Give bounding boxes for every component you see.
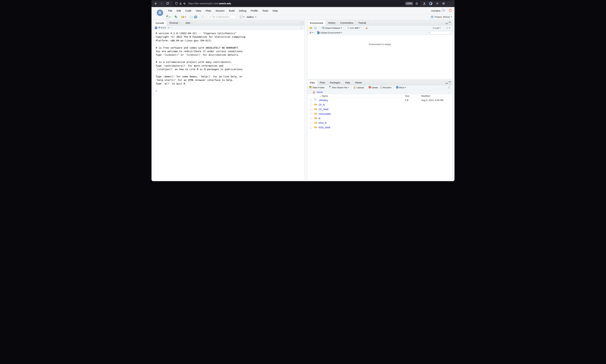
environment-tab-connections[interactable]: Connections	[338, 20, 356, 26]
maximize-pane-icon[interactable]	[449, 22, 451, 24]
menu-plots[interactable]: Plots	[204, 9, 213, 13]
console-tab-jobs[interactable]: Jobs×	[183, 20, 195, 26]
maximize-pane-icon[interactable]	[449, 81, 451, 84]
display-mode-button[interactable]: List	[432, 26, 441, 30]
environment-search-box[interactable]	[428, 31, 451, 34]
open-in-window-icon[interactable]	[170, 27, 173, 29]
environment-tab-environment[interactable]: Environment	[307, 20, 326, 26]
menu-build[interactable]: Build	[227, 9, 236, 13]
menu-help[interactable]: Help	[271, 9, 280, 13]
new-folder-button[interactable]: New Folder	[309, 86, 325, 90]
files-tab-help[interactable]: Help	[343, 80, 352, 85]
lock-icon[interactable]	[178, 1, 182, 6]
language-selector[interactable]: R	[309, 31, 314, 34]
minimize-pane-icon[interactable]	[445, 82, 448, 84]
back-icon[interactable]	[153, 1, 158, 6]
menu-debug[interactable]: Debug	[237, 9, 248, 13]
project-selector[interactable]: R Project: (None)	[431, 16, 452, 18]
files-tab-packages[interactable]: Packages	[328, 80, 343, 85]
menu-edit[interactable]: Edit	[175, 9, 183, 13]
maximize-pane-icon[interactable]	[300, 22, 303, 24]
panes-layout-button[interactable]	[239, 15, 245, 19]
console-tab-console[interactable]: Console	[153, 20, 167, 26]
overflow-chevrons-icon[interactable]	[435, 1, 440, 6]
file-name-link[interactable]: CF_Shell	[319, 108, 328, 111]
select-checkbox[interactable]	[310, 126, 312, 129]
column-name[interactable]: ▲Name	[320, 95, 328, 97]
save-workspace-button[interactable]	[314, 26, 317, 29]
account-icon[interactable]	[428, 1, 433, 6]
environment-tab-history[interactable]: History	[326, 20, 338, 26]
menu-profile[interactable]: Profile	[249, 9, 260, 13]
clear-environment-broom-button[interactable]	[365, 26, 369, 30]
reload-icon[interactable]	[165, 1, 170, 6]
select-checkbox[interactable]	[310, 122, 312, 124]
quit-session-icon[interactable]	[449, 9, 452, 13]
file-name-link[interactable]: R	[319, 117, 320, 120]
memory-usage-button[interactable]: 121 MiB	[347, 26, 361, 30]
bookmark-star-icon[interactable]	[415, 1, 419, 6]
new-project-button[interactable]: R	[174, 15, 178, 19]
addins-button[interactable]: Addins	[245, 15, 257, 19]
forward-icon[interactable]	[159, 1, 164, 6]
menu-session[interactable]: Session	[214, 9, 226, 13]
files-tab-plots[interactable]: Plots	[317, 80, 328, 85]
more-button[interactable]: More	[395, 86, 407, 90]
file-name-link[interactable]: RSD_Shell	[319, 126, 330, 129]
close-tab-icon[interactable]: ×	[191, 22, 193, 24]
close-tab-icon[interactable]: ×	[179, 22, 180, 24]
save-button[interactable]	[189, 15, 193, 19]
url-bar[interactable]: https://bfx-workshop01.med.umich.edu 120…	[173, 1, 420, 6]
menu-hamburger-icon[interactable]	[441, 1, 446, 6]
select-all-checkbox[interactable]	[309, 91, 311, 93]
downloads-icon[interactable]	[422, 1, 427, 6]
new-blank-file-button[interactable]: New Blank File	[328, 86, 350, 90]
print-button[interactable]	[201, 15, 205, 19]
select-checkbox[interactable]	[310, 108, 312, 111]
console-tab-terminal[interactable]: Terminal×	[167, 20, 183, 26]
goto-file-function-box[interactable]	[208, 15, 236, 19]
goto-file-function-input[interactable]	[212, 16, 232, 18]
menu-tools[interactable]: Tools	[260, 9, 270, 13]
breadcrumb-home-link[interactable]: Home	[317, 91, 323, 93]
clear-console-broom-icon[interactable]	[300, 26, 303, 29]
file-name-link[interactable]: RSD_R	[319, 122, 327, 124]
file-name-link[interactable]: .Rhistory	[319, 99, 328, 102]
import-dataset-button[interactable]: Import Dataset	[321, 26, 343, 30]
delete-button[interactable]: Delete	[368, 86, 379, 90]
files-tab-viewer[interactable]: Viewer	[352, 80, 365, 85]
permissions-icon[interactable]	[182, 1, 187, 6]
file-name-link[interactable]: CF_R	[319, 104, 325, 106]
shield-icon[interactable]	[175, 1, 178, 6]
column-size[interactable]: Size	[405, 95, 409, 97]
select-checkbox[interactable]	[310, 113, 312, 115]
load-workspace-button[interactable]	[309, 26, 313, 29]
menu-view[interactable]: View	[194, 9, 203, 13]
files-tab-files[interactable]: Files	[307, 80, 317, 85]
new-file-button[interactable]	[166, 15, 171, 19]
environment-selector[interactable]: Global Environment	[316, 31, 343, 35]
refresh-environment-button[interactable]	[445, 26, 451, 30]
refresh-files-button[interactable]	[447, 86, 451, 89]
environment-search-input[interactable]	[431, 31, 449, 34]
select-checkbox[interactable]	[310, 117, 312, 120]
select-checkbox[interactable]	[310, 104, 312, 106]
path-ellipsis-button[interactable]: ...	[448, 91, 451, 93]
environment-tab-tutorial[interactable]: Tutorial	[356, 20, 368, 26]
upload-button[interactable]: Upload	[353, 86, 365, 90]
zoom-level-badge[interactable]: 120%	[405, 2, 413, 5]
save-all-button[interactable]	[193, 15, 198, 19]
rename-button[interactable]: Rename	[379, 86, 392, 90]
open-file-button[interactable]	[181, 15, 187, 18]
menu-code[interactable]: Code	[184, 9, 193, 13]
console-prompt[interactable]: >	[156, 89, 305, 93]
url-text[interactable]: https://bfx-workshop01.med.umich.edu	[188, 2, 405, 5]
minimize-pane-icon[interactable]	[445, 22, 448, 24]
button-label: Rename	[383, 86, 391, 89]
column-modified[interactable]: Modified	[421, 95, 430, 97]
sign-out-icon[interactable]	[442, 9, 445, 13]
select-checkbox[interactable]	[310, 99, 312, 102]
file-name-link[interactable]: miniconda3	[319, 113, 331, 115]
menu-file[interactable]: File	[166, 9, 174, 13]
console-output[interactable]: R version 4.2.0 (2022-04-22) -- "Vigorou…	[153, 30, 305, 93]
